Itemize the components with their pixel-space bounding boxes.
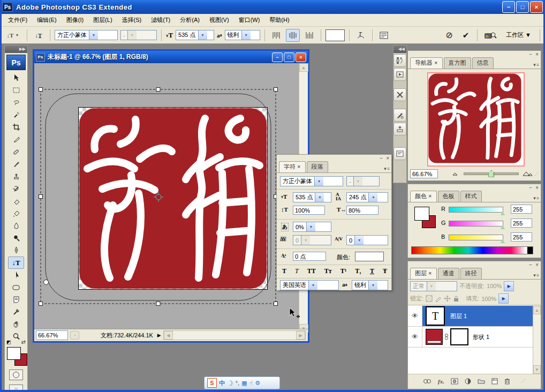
paint-bucket-tool[interactable] — [8, 207, 24, 220]
navigator-menu-icon[interactable]: ▼≡ — [532, 63, 539, 67]
character-panel-minimize[interactable]: − — [380, 155, 383, 161]
tab-paragraph[interactable]: 段落 — [307, 161, 328, 172]
ime-chinese-mode-icon[interactable]: 中 — [219, 379, 225, 387]
cp-tracking-combo[interactable]: 0▼ — [346, 235, 388, 245]
menu-help[interactable]: 帮助(H) — [264, 14, 294, 26]
crop-tool[interactable] — [8, 121, 24, 133]
move-tool[interactable] — [8, 72, 24, 84]
zoom-out-icon[interactable] — [452, 171, 460, 176]
layer2-name[interactable]: 形状 1 — [473, 333, 489, 341]
ime-punctuation-icon[interactable]: °, — [236, 380, 239, 386]
layer-style-icon[interactable]: fx. — [438, 378, 444, 385]
slice-tool[interactable] — [8, 133, 24, 146]
superscript-button[interactable]: T¹ — [340, 267, 347, 275]
layers-minimize[interactable]: − — [529, 262, 532, 268]
layer1-visibility-toggle[interactable]: 👁 — [408, 306, 422, 326]
character-panel-button[interactable] — [393, 147, 406, 160]
cp-color-swatch[interactable] — [355, 252, 384, 261]
character-panel-menu-icon[interactable]: ▼≡ — [383, 167, 390, 171]
delete-layer-icon[interactable] — [504, 378, 510, 385]
blur-tool[interactable] — [8, 220, 24, 232]
g-slider-thumb[interactable] — [501, 225, 505, 229]
fill-value[interactable]: 100% — [481, 296, 496, 302]
zoom-slider-thumb[interactable] — [488, 170, 494, 177]
color-fg-swatch[interactable] — [414, 207, 429, 221]
color-close[interactable]: × — [535, 185, 539, 191]
layer2-visibility-toggle[interactable]: 👁 — [408, 327, 422, 347]
faux-bold-button[interactable]: T — [282, 267, 286, 275]
tab-character[interactable]: 字符 × — [279, 161, 306, 172]
layer-row-text[interactable]: 👁 T 图层 1 — [408, 306, 533, 327]
status-info-icon[interactable]: ◔ — [70, 331, 79, 340]
healing-brush-tool[interactable] — [8, 146, 24, 158]
b-value-field[interactable]: 255 — [511, 232, 532, 242]
new-layer-icon[interactable] — [491, 378, 498, 385]
align-center-button[interactable] — [286, 29, 300, 42]
layers-resize-grip[interactable]: ⋰ — [521, 379, 526, 383]
marquee-tool[interactable] — [8, 84, 24, 96]
font-family-combo[interactable]: 方正小篆体▼ — [55, 30, 118, 40]
default-colors-icon[interactable]: ◩ — [6, 340, 11, 345]
r-value-field[interactable]: 255 — [511, 205, 532, 214]
anti-alias-combo[interactable]: 锐利▼ — [225, 30, 260, 40]
g-channel-slider[interactable] — [449, 221, 503, 227]
history-brush-tool[interactable] — [8, 183, 24, 195]
commit-edits-button[interactable]: ✔ — [459, 29, 473, 42]
scroll-left-arrow[interactable]: ◀ — [164, 331, 173, 340]
new-group-icon[interactable] — [478, 378, 485, 384]
notes-tool[interactable] — [8, 293, 24, 306]
type-tool[interactable]: ↓T — [8, 257, 24, 269]
eyedropper-tool[interactable] — [8, 306, 24, 318]
app-titlebar[interactable]: Ps Adobe Photoshop CS3 Extended − □ × — [0, 0, 545, 14]
navigator-thumbnail[interactable] — [427, 72, 525, 167]
lock-pixels-icon[interactable] — [435, 295, 442, 302]
magic-wand-tool[interactable] — [8, 109, 24, 121]
tab-navigator[interactable]: 导航器 × — [410, 57, 443, 69]
brush-tool[interactable] — [8, 158, 24, 170]
menu-filter[interactable]: 滤镜(T) — [146, 14, 175, 26]
shape-tool[interactable] — [8, 281, 24, 293]
quick-mask-button[interactable] — [9, 370, 23, 380]
link-layers-icon[interactable] — [423, 379, 432, 384]
text-color-swatch[interactable] — [326, 29, 345, 41]
r-slider-thumb[interactable] — [501, 212, 505, 215]
strikethrough-button[interactable]: Ŧ — [383, 267, 387, 275]
layer2-thumbnail[interactable] — [426, 329, 443, 345]
ime-language-bar[interactable]: S 中 ☽ °, ▦ ☝ ⚙ — [204, 376, 280, 389]
color-minimize[interactable]: − — [529, 185, 532, 191]
navigator-resize-grip[interactable]: ⋰ — [534, 171, 539, 176]
brushes-panel-button[interactable] — [393, 109, 406, 122]
scroll-right-arrow[interactable]: ▶ — [296, 331, 305, 340]
tab-layers[interactable]: 图层 × — [410, 268, 437, 279]
tab-info[interactable]: 信息 — [472, 57, 494, 69]
workspace-menu[interactable]: 工作区 ▼ — [502, 31, 535, 39]
opacity-value[interactable]: 100% — [487, 283, 502, 289]
menu-view[interactable]: 视图(V) — [205, 14, 234, 26]
layer2-mask-thumbnail[interactable] — [450, 328, 468, 345]
align-top-button[interactable] — [269, 29, 283, 42]
ime-handwriting-icon[interactable]: ☝ — [249, 380, 253, 387]
layers-scrollbar[interactable]: ▲ ▼ — [533, 306, 541, 374]
clone-source-panel-button[interactable] — [393, 123, 406, 135]
fill-spinner[interactable]: ▶ — [498, 293, 509, 304]
ime-halfmoon-icon[interactable]: ☽ — [227, 379, 233, 387]
animation-panel-button[interactable] — [393, 68, 406, 81]
dock-collapse-handle[interactable]: ◀◀ — [393, 46, 406, 53]
history-panel-button[interactable] — [393, 54, 406, 67]
doc-horizontal-scrollbar[interactable]: ◀ ▶ — [163, 330, 306, 340]
scroll-up-arrow[interactable]: ▲ — [299, 63, 308, 72]
doc-close-button[interactable]: × — [296, 52, 306, 62]
cp-font-style-combo[interactable]: -▼ — [346, 176, 380, 186]
cp-tsume-combo[interactable]: 0%▼ — [293, 222, 331, 232]
menu-window[interactable]: 窗口(W) — [234, 14, 265, 26]
ime-sogou-icon[interactable]: S — [207, 378, 217, 388]
text-orientation-button[interactable]: ↓T̲ — [32, 29, 46, 42]
tab-color[interactable]: 颜色 × — [410, 191, 437, 202]
layer1-name[interactable]: 图层 1 — [450, 312, 467, 320]
bridge-button[interactable]: Br — [482, 29, 499, 42]
hand-tool[interactable] — [8, 318, 24, 330]
underline-button[interactable]: T — [370, 267, 374, 275]
toggle-palettes-button[interactable] — [377, 29, 391, 42]
pen-tool[interactable] — [8, 244, 24, 257]
tool-presets-panel-button[interactable] — [393, 88, 406, 101]
